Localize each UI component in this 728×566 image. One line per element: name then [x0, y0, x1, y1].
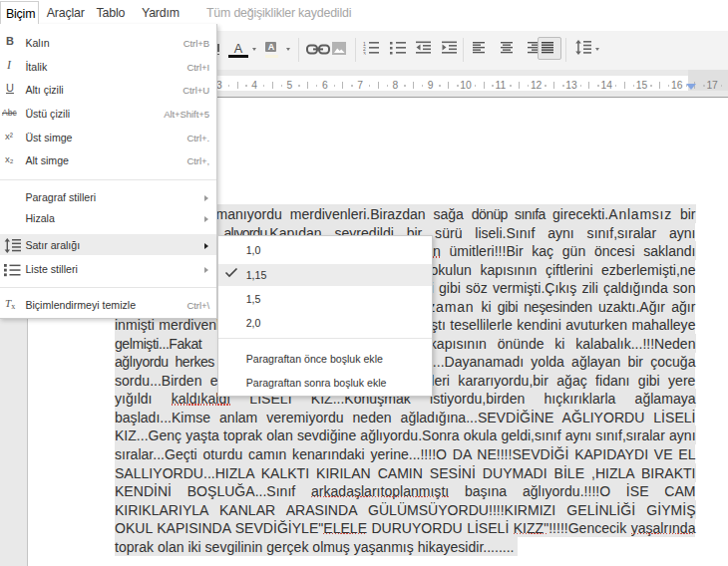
svg-text:3: 3 [363, 51, 366, 56]
